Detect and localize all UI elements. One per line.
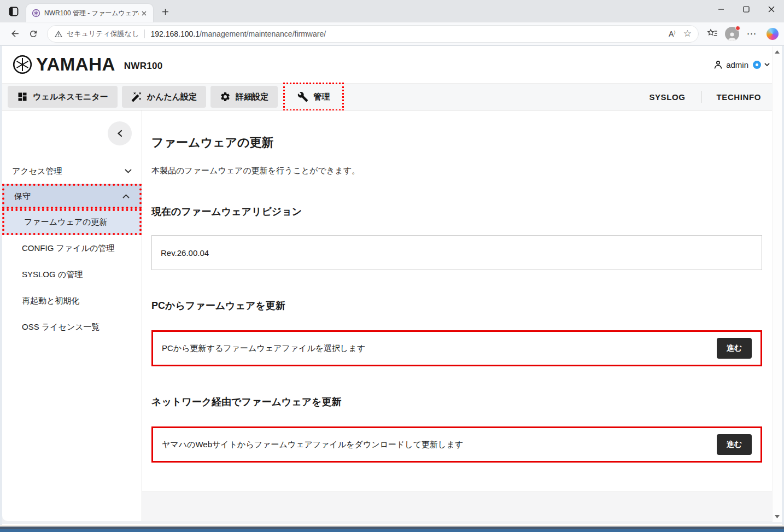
sidebar: アクセス管理 保守 ファームウェアの更新 CONFIG ファイルの管理 SYSL… — [2, 110, 142, 521]
sidebar-group-access[interactable]: アクセス管理 — [2, 159, 142, 184]
sidebar-group-maintenance[interactable]: 保守 — [2, 184, 142, 209]
browser-tab[interactable]: NWR100 管理 - ファームウェアの更新 — [26, 4, 153, 22]
model-name: NWR100 — [124, 61, 163, 72]
page-viewport: YAMAHA NWR100 admin ウェルネスモニター かんたん設定 詳細設… — [0, 46, 784, 525]
window-maximize-icon[interactable] — [734, 0, 759, 19]
scroll-down-icon[interactable] — [773, 512, 782, 521]
sidebar-collapse-button[interactable] — [108, 121, 132, 145]
account-menu[interactable]: admin — [713, 60, 770, 70]
page-scrollbar[interactable] — [772, 46, 782, 522]
page-title: ファームウェアの更新 — [151, 135, 762, 151]
nav-links: SYSLOG TECHINFO — [634, 91, 776, 103]
address-divider — [144, 30, 145, 38]
brand-name: YAMAHA — [36, 54, 115, 75]
sidebar-item-syslog-management[interactable]: SYSLOG の管理 — [2, 261, 142, 288]
window-close-icon[interactable] — [759, 0, 784, 19]
window-minimize-icon[interactable] — [709, 0, 734, 19]
main-area: ファームウェアの更新 本製品のファームウェアの更新を行うことができます。 現在の… — [142, 110, 772, 521]
current-revision-value: Rev.26.00.04 — [161, 248, 209, 258]
network-update-heading: ネットワーク経由でファームウェアを更新 — [151, 395, 762, 408]
not-secure-warning-icon[interactable] — [54, 30, 63, 38]
chevron-left-icon — [116, 130, 123, 137]
dashboard-icon — [17, 91, 28, 102]
logged-in-user: admin — [726, 60, 748, 69]
yamaha-tuning-fork-icon — [12, 54, 33, 75]
main-nav: ウェルネスモニター かんたん設定 詳細設定 管理 SYSLOG TECHINFO — [2, 83, 782, 110]
profile-avatar[interactable] — [725, 27, 739, 41]
favicon-icon — [32, 9, 40, 17]
security-label: セキュリティ保護なし — [67, 29, 139, 39]
browser-toolbar: セキュリティ保護なし 192.168.100.1/management/main… — [0, 22, 784, 45]
chevron-down-icon — [125, 169, 132, 173]
network-update-text: ヤマハのWebサイトからファームウェアファイルをダウンロードして更新します — [153, 440, 463, 450]
magic-wand-icon — [131, 91, 142, 102]
settings-more-icon[interactable]: ⋯ — [742, 25, 761, 43]
new-tab-icon[interactable] — [157, 4, 173, 19]
syslog-link[interactable]: SYSLOG — [634, 92, 700, 102]
nav-advanced-settings[interactable]: 詳細設定 — [210, 86, 278, 108]
pc-update-text: PCから更新するファームウェアファイルを選択します — [153, 343, 365, 354]
tab-close-icon[interactable] — [139, 8, 149, 18]
address-bar[interactable]: セキュリティ保護なし 192.168.100.1/management/main… — [47, 25, 699, 43]
back-icon[interactable] — [5, 25, 24, 43]
sidebar-item-oss-license[interactable]: OSS ライセンス一覧 — [2, 314, 142, 340]
url-host: 192.168.100.1 — [150, 30, 200, 38]
network-update-proceed-button[interactable]: 進む — [717, 434, 752, 455]
nav-wellness-monitor[interactable]: ウェルネスモニター — [8, 86, 118, 108]
chevron-up-icon — [122, 194, 130, 198]
browser-tabstrip: NWR100 管理 - ファームウェアの更新 — [0, 0, 784, 22]
tab-actions-menu-icon[interactable] — [5, 3, 22, 20]
sidebar-item-firmware-update[interactable]: ファームウェアの更新 — [2, 209, 142, 235]
current-revision-box: Rev.26.00.04 — [151, 235, 762, 270]
taskbar-strip — [0, 527, 784, 532]
page-footer — [142, 492, 772, 521]
yamaha-logo: YAMAHA — [12, 54, 115, 75]
scroll-up-icon[interactable] — [773, 48, 782, 56]
page-description: 本製品のファームウェアの更新を行うことができます。 — [151, 166, 762, 176]
favorite-star-icon[interactable]: ☆ — [683, 28, 692, 39]
chevron-down-icon — [764, 63, 770, 67]
sidebar-item-reboot-init[interactable]: 再起動と初期化 — [2, 288, 142, 314]
refresh-icon[interactable] — [24, 25, 43, 43]
content-row: アクセス管理 保守 ファームウェアの更新 CONFIG ファイルの管理 SYSL… — [2, 110, 782, 524]
status-ring-icon — [753, 61, 761, 69]
main-content: ファームウェアの更新 本製品のファームウェアの更新を行うことができます。 現在の… — [142, 110, 772, 492]
page-url: 192.168.100.1/management/maintenance/fir… — [150, 30, 326, 38]
gear-icon — [220, 91, 231, 102]
wrench-icon — [297, 91, 308, 102]
read-aloud-icon[interactable]: A⁾ — [669, 30, 676, 38]
nav-easy-setup[interactable]: かんたん設定 — [122, 86, 206, 108]
current-revision-heading: 現在のファームウェアリビジョン — [151, 205, 762, 218]
pc-update-row: PCから更新するファームウェアファイルを選択します 進む — [151, 330, 762, 366]
favorites-hub-icon[interactable] — [703, 25, 722, 43]
window-controls — [709, 0, 784, 19]
annotation-dotted-box-manage: 管理 — [283, 83, 344, 111]
site-header: YAMAHA NWR100 admin — [2, 46, 782, 83]
sidebar-item-config-management[interactable]: CONFIG ファイルの管理 — [2, 235, 142, 261]
pc-update-proceed-button[interactable]: 進む — [717, 338, 752, 359]
tab-title: NWR100 管理 - ファームウェアの更新 — [44, 9, 139, 18]
techinfo-link[interactable]: TECHINFO — [701, 92, 776, 102]
profile-notification-dot — [735, 26, 740, 31]
nav-manage[interactable]: 管理 — [288, 86, 339, 108]
copilot-icon[interactable] — [767, 28, 779, 40]
user-icon — [713, 60, 723, 70]
url-path: /management/maintenance/firmware/ — [200, 30, 326, 38]
pc-update-heading: PCからファームウェアを更新 — [151, 299, 762, 312]
network-update-row: ヤマハのWebサイトからファームウェアファイルをダウンロードして更新します 進む — [151, 426, 762, 463]
